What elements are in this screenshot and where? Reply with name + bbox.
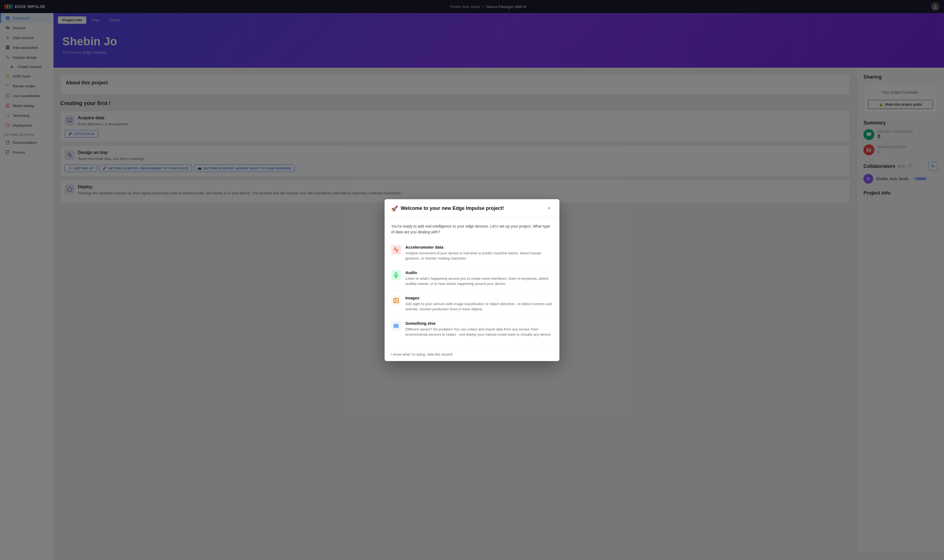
welcome-modal: 🚀 Welcome to your new Edge Impulse proje… [385, 199, 559, 361]
option-audio[interactable]: Audio Listen to what's happening around … [391, 266, 553, 291]
something-else-content: Something else Different sensor? No prob… [405, 321, 553, 337]
modal-header: 🚀 Welcome to your new Edge Impulse proje… [385, 199, 559, 218]
hide-wizard-link[interactable]: I know what I'm doing, hide this wizard! [391, 352, 453, 356]
accelerometer-option-icon [391, 245, 401, 255]
something-else-option-icon [391, 321, 401, 331]
modal-header-left: 🚀 Welcome to your new Edge Impulse proje… [391, 205, 504, 212]
modal-title: Welcome to your new Edge Impulse project… [401, 206, 504, 211]
images-option-icon [391, 295, 401, 305]
modal-close-button[interactable]: × [545, 205, 553, 212]
audio-desc: Listen to what's happening around you to… [405, 276, 553, 286]
modal-body: You're ready to add real intelligence to… [385, 218, 559, 347]
option-something-else[interactable]: Something else Different sensor? No prob… [391, 317, 553, 342]
images-content: Images Add sight to your sensors with im… [405, 295, 553, 312]
accelerometer-name: Accelerometer data [405, 245, 553, 249]
accelerometer-content: Accelerometer data Analyze movement of y… [405, 245, 553, 261]
audio-option-icon [391, 270, 401, 280]
something-else-name: Something else [405, 321, 553, 326]
modal-overlay[interactable]: 🚀 Welcome to your new Edge Impulse proje… [0, 0, 944, 560]
audio-name: Audio [405, 270, 553, 275]
something-else-desc: Different sensor? No problem! You can co… [405, 327, 553, 337]
modal-intro-text: You're ready to add real intelligence to… [391, 223, 553, 235]
images-name: Images [405, 295, 553, 300]
option-images[interactable]: Images Add sight to your sensors with im… [391, 291, 553, 317]
svg-point-28 [395, 299, 395, 300]
accelerometer-desc: Analyze movement of your device in real-… [405, 251, 553, 261]
images-desc: Add sight to your sensors with image cla… [405, 301, 553, 312]
modal-footer: I know what I'm doing, hide this wizard! [385, 347, 559, 361]
audio-content: Audio Listen to what's happening around … [405, 270, 553, 286]
rocket-icon: 🚀 [391, 205, 398, 212]
option-accelerometer[interactable]: Accelerometer data Analyze movement of y… [391, 240, 553, 266]
